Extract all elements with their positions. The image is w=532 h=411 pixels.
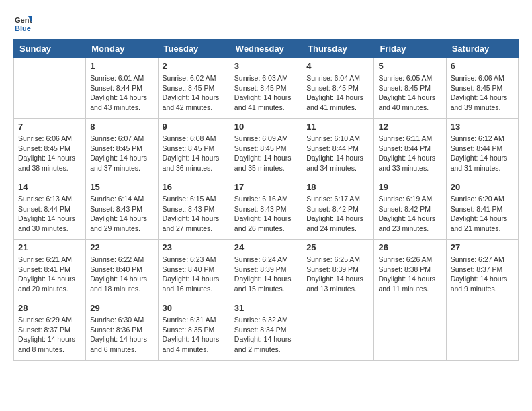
calendar-cell: 10Sunrise: 6:09 AMSunset: 8:45 PMDayligh… xyxy=(230,119,302,179)
day-header-monday: Monday xyxy=(86,40,158,58)
calendar-cell: 16Sunrise: 6:15 AMSunset: 8:43 PMDayligh… xyxy=(158,179,230,240)
calendar-cell: 29Sunrise: 6:30 AMSunset: 8:36 PMDayligh… xyxy=(86,300,158,361)
day-number: 3 xyxy=(234,61,298,71)
day-header-saturday: Saturday xyxy=(446,40,518,58)
calendar-cell: 22Sunrise: 6:22 AMSunset: 8:40 PMDayligh… xyxy=(86,240,158,300)
day-number: 18 xyxy=(306,182,369,192)
day-number: 6 xyxy=(451,61,514,71)
calendar-cell: 6Sunrise: 6:06 AMSunset: 8:45 PMDaylight… xyxy=(446,58,518,119)
day-info: Sunrise: 6:09 AMSunset: 8:45 PMDaylight:… xyxy=(234,134,298,173)
header: General Blue xyxy=(13,13,519,32)
day-info: Sunrise: 6:32 AMSunset: 8:34 PMDaylight:… xyxy=(234,315,298,355)
day-number: 17 xyxy=(234,182,298,192)
calendar-cell: 9Sunrise: 6:08 AMSunset: 8:45 PMDaylight… xyxy=(158,119,230,179)
calendar-cell: 26Sunrise: 6:26 AMSunset: 8:38 PMDayligh… xyxy=(374,240,446,300)
day-number: 23 xyxy=(163,242,226,253)
day-number: 21 xyxy=(18,242,81,253)
day-info: Sunrise: 6:30 AMSunset: 8:36 PMDaylight:… xyxy=(90,315,153,355)
calendar-cell: 1Sunrise: 6:01 AMSunset: 8:44 PMDaylight… xyxy=(86,58,158,119)
day-number: 16 xyxy=(163,182,226,192)
day-number: 20 xyxy=(451,182,514,192)
calendar-cell: 31Sunrise: 6:32 AMSunset: 8:34 PMDayligh… xyxy=(230,300,302,361)
day-number: 12 xyxy=(378,122,441,132)
day-number: 15 xyxy=(90,182,153,192)
day-number: 27 xyxy=(451,242,514,253)
day-info: Sunrise: 6:12 AMSunset: 8:44 PMDaylight:… xyxy=(451,134,514,173)
svg-text:Blue: Blue xyxy=(15,24,31,32)
day-info: Sunrise: 6:03 AMSunset: 8:45 PMDaylight:… xyxy=(234,73,298,113)
day-info: Sunrise: 6:07 AMSunset: 8:45 PMDaylight:… xyxy=(90,134,153,173)
calendar-cell: 18Sunrise: 6:17 AMSunset: 8:42 PMDayligh… xyxy=(302,179,374,240)
calendar-cell: 27Sunrise: 6:27 AMSunset: 8:37 PMDayligh… xyxy=(446,240,518,300)
day-info: Sunrise: 6:06 AMSunset: 8:45 PMDaylight:… xyxy=(18,134,81,173)
day-number: 1 xyxy=(90,61,153,71)
day-info: Sunrise: 6:25 AMSunset: 8:39 PMDaylight:… xyxy=(306,255,369,294)
day-info: Sunrise: 6:24 AMSunset: 8:39 PMDaylight:… xyxy=(234,255,298,294)
calendar-cell: 3Sunrise: 6:03 AMSunset: 8:45 PMDaylight… xyxy=(230,58,302,119)
week-row-4: 21Sunrise: 6:21 AMSunset: 8:41 PMDayligh… xyxy=(14,240,519,300)
day-number: 11 xyxy=(306,122,369,132)
day-info: Sunrise: 6:10 AMSunset: 8:44 PMDaylight:… xyxy=(306,134,369,173)
day-number: 8 xyxy=(90,122,153,132)
week-row-3: 14Sunrise: 6:13 AMSunset: 8:44 PMDayligh… xyxy=(14,179,519,240)
calendar-cell: 23Sunrise: 6:23 AMSunset: 8:40 PMDayligh… xyxy=(158,240,230,300)
day-info: Sunrise: 6:26 AMSunset: 8:38 PMDaylight:… xyxy=(378,255,441,294)
day-number: 9 xyxy=(163,122,226,132)
calendar-cell: 4Sunrise: 6:04 AMSunset: 8:45 PMDaylight… xyxy=(302,58,374,119)
calendar-cell: 20Sunrise: 6:20 AMSunset: 8:41 PMDayligh… xyxy=(446,179,518,240)
calendar-cell xyxy=(446,300,518,361)
day-info: Sunrise: 6:22 AMSunset: 8:40 PMDaylight:… xyxy=(90,255,153,294)
day-info: Sunrise: 6:11 AMSunset: 8:44 PMDaylight:… xyxy=(378,134,441,173)
week-row-2: 7Sunrise: 6:06 AMSunset: 8:45 PMDaylight… xyxy=(14,119,519,179)
calendar-cell xyxy=(374,300,446,361)
calendar-cell: 12Sunrise: 6:11 AMSunset: 8:44 PMDayligh… xyxy=(374,119,446,179)
week-row-5: 28Sunrise: 6:29 AMSunset: 8:37 PMDayligh… xyxy=(14,300,519,361)
calendar-table: SundayMondayTuesdayWednesdayThursdayFrid… xyxy=(13,39,519,361)
day-number: 26 xyxy=(378,242,441,253)
day-info: Sunrise: 6:13 AMSunset: 8:44 PMDaylight:… xyxy=(18,194,81,234)
day-number: 7 xyxy=(18,122,81,132)
day-info: Sunrise: 6:31 AMSunset: 8:35 PMDaylight:… xyxy=(163,315,226,355)
calendar-cell: 24Sunrise: 6:24 AMSunset: 8:39 PMDayligh… xyxy=(230,240,302,300)
day-info: Sunrise: 6:01 AMSunset: 8:44 PMDaylight:… xyxy=(90,73,153,113)
day-number: 31 xyxy=(234,303,298,313)
day-info: Sunrise: 6:06 AMSunset: 8:45 PMDaylight:… xyxy=(451,73,514,113)
day-number: 22 xyxy=(90,242,153,253)
calendar-cell: 5Sunrise: 6:05 AMSunset: 8:45 PMDaylight… xyxy=(374,58,446,119)
day-header-wednesday: Wednesday xyxy=(230,40,302,58)
day-number: 24 xyxy=(234,242,298,253)
day-info: Sunrise: 6:29 AMSunset: 8:37 PMDaylight:… xyxy=(18,315,81,355)
logo: General Blue xyxy=(13,13,35,32)
day-info: Sunrise: 6:05 AMSunset: 8:45 PMDaylight:… xyxy=(378,73,441,113)
calendar-cell: 15Sunrise: 6:14 AMSunset: 8:43 PMDayligh… xyxy=(86,179,158,240)
calendar-cell: 2Sunrise: 6:02 AMSunset: 8:45 PMDaylight… xyxy=(158,58,230,119)
day-number: 19 xyxy=(378,182,441,192)
day-info: Sunrise: 6:20 AMSunset: 8:41 PMDaylight:… xyxy=(451,194,514,234)
day-info: Sunrise: 6:14 AMSunset: 8:43 PMDaylight:… xyxy=(90,194,153,234)
day-info: Sunrise: 6:17 AMSunset: 8:42 PMDaylight:… xyxy=(306,194,369,234)
calendar-cell: 11Sunrise: 6:10 AMSunset: 8:44 PMDayligh… xyxy=(302,119,374,179)
calendar-cell xyxy=(302,300,374,361)
calendar-cell: 17Sunrise: 6:16 AMSunset: 8:43 PMDayligh… xyxy=(230,179,302,240)
calendar-cell: 30Sunrise: 6:31 AMSunset: 8:35 PMDayligh… xyxy=(158,300,230,361)
day-info: Sunrise: 6:02 AMSunset: 8:45 PMDaylight:… xyxy=(163,73,226,113)
calendar-cell: 25Sunrise: 6:25 AMSunset: 8:39 PMDayligh… xyxy=(302,240,374,300)
day-header-thursday: Thursday xyxy=(302,40,374,58)
day-number: 30 xyxy=(163,303,226,313)
calendar-cell: 8Sunrise: 6:07 AMSunset: 8:45 PMDaylight… xyxy=(86,119,158,179)
day-info: Sunrise: 6:04 AMSunset: 8:45 PMDaylight:… xyxy=(306,73,369,113)
day-number: 5 xyxy=(378,61,441,71)
day-info: Sunrise: 6:15 AMSunset: 8:43 PMDaylight:… xyxy=(163,194,226,234)
logo-icon: General Blue xyxy=(13,13,32,32)
calendar-cell: 13Sunrise: 6:12 AMSunset: 8:44 PMDayligh… xyxy=(446,119,518,179)
day-header-sunday: Sunday xyxy=(14,40,86,58)
day-number: 14 xyxy=(18,182,81,192)
day-number: 10 xyxy=(234,122,298,132)
day-number: 2 xyxy=(163,61,226,71)
day-number: 13 xyxy=(451,122,514,132)
calendar-cell: 21Sunrise: 6:21 AMSunset: 8:41 PMDayligh… xyxy=(14,240,86,300)
day-info: Sunrise: 6:23 AMSunset: 8:40 PMDaylight:… xyxy=(163,255,226,294)
day-header-tuesday: Tuesday xyxy=(158,40,230,58)
calendar-cell xyxy=(14,58,86,119)
day-number: 4 xyxy=(306,61,369,71)
